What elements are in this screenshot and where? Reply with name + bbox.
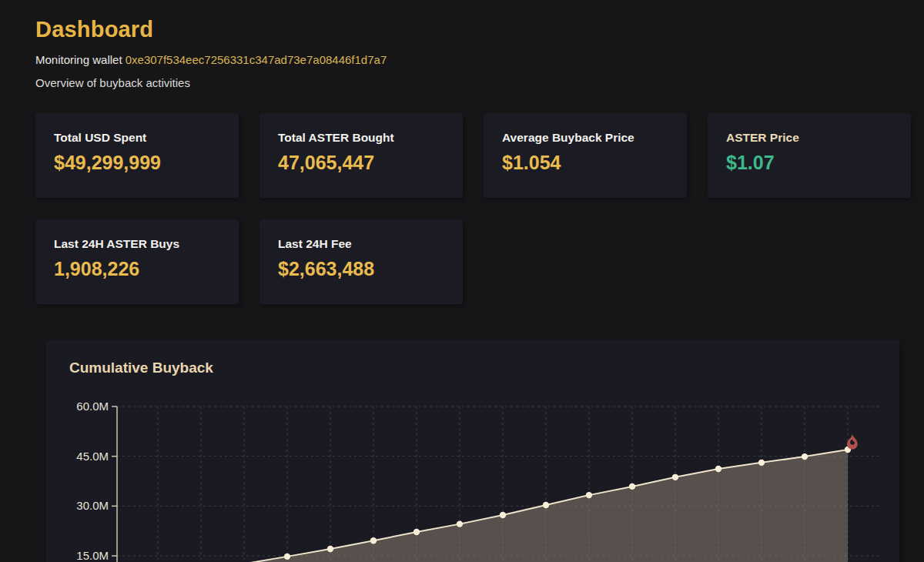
y-axis-label: 60.0M (76, 400, 109, 413)
page-title: Dashboard (35, 17, 387, 42)
stat-value: $2,663,488 (278, 258, 444, 280)
data-point[interactable] (586, 492, 592, 498)
y-axis-label: 45.0M (76, 450, 109, 463)
stat-label: ASTER Price (726, 131, 892, 145)
data-point[interactable] (500, 512, 506, 518)
stat-label: Last 24H Fee (278, 237, 444, 251)
data-point[interactable] (543, 502, 549, 508)
stat-card-aster-price: ASTER Price $1.07 (708, 113, 911, 198)
cumulative-buyback-panel: Cumulative Buyback 60.0M45.0M30.0M15.0M (46, 340, 899, 562)
data-point[interactable] (715, 466, 721, 472)
stat-value: 47,065,447 (278, 152, 444, 174)
data-point[interactable] (672, 474, 678, 480)
stat-card-average-buyback-price: Average Buyback Price $1.054 (484, 113, 687, 198)
data-point[interactable] (327, 546, 333, 552)
page-header: Dashboard Monitoring wallet 0xe307f534ee… (35, 17, 387, 89)
stat-label: Last 24H ASTER Buys (54, 237, 220, 251)
y-axis-label: 30.0M (76, 499, 109, 512)
stat-label: Average Buyback Price (502, 131, 668, 145)
data-point[interactable] (413, 529, 420, 535)
stat-card-last-24h-aster-buys: Last 24H ASTER Buys 1,908,226 (35, 219, 239, 304)
y-axis-label: 15.0M (76, 549, 109, 562)
stat-card-total-usd-spent: Total USD Spent $49,299,999 (35, 113, 239, 198)
dashboard-page: Dashboard Monitoring wallet 0xe307f534ee… (0, 0, 924, 562)
page-subtitle: Overview of buyback activities (35, 76, 387, 89)
stat-value: $1.054 (502, 152, 668, 174)
stat-label: Total USD Spent (54, 131, 220, 145)
stat-label: Total ASTER Bought (278, 131, 444, 145)
stat-value: 1,908,226 (54, 258, 220, 280)
data-point[interactable] (457, 520, 463, 527)
stat-value: $1.07 (726, 152, 892, 174)
data-point[interactable] (629, 483, 635, 490)
cumulative-buyback-chart: 60.0M45.0M30.0M15.0M (46, 340, 899, 562)
data-point[interactable] (370, 537, 377, 544)
monitoring-wallet-line: Monitoring wallet 0xe307f534eec7256331c3… (35, 53, 387, 66)
wallet-address-link[interactable]: 0xe307f534eec7256331c347ad73e7a08446f1d7… (126, 53, 387, 66)
data-point[interactable] (758, 460, 765, 466)
data-point[interactable] (802, 453, 808, 460)
stat-card-last-24h-fee: Last 24H Fee $2,663,488 (259, 219, 463, 304)
data-point[interactable] (284, 554, 290, 560)
stat-card-total-aster-bought: Total ASTER Bought 47,065,447 (259, 113, 463, 198)
flame-icon (847, 433, 858, 449)
monitoring-wallet-label: Monitoring wallet (35, 53, 126, 66)
stat-value: $49,299,999 (54, 152, 220, 174)
